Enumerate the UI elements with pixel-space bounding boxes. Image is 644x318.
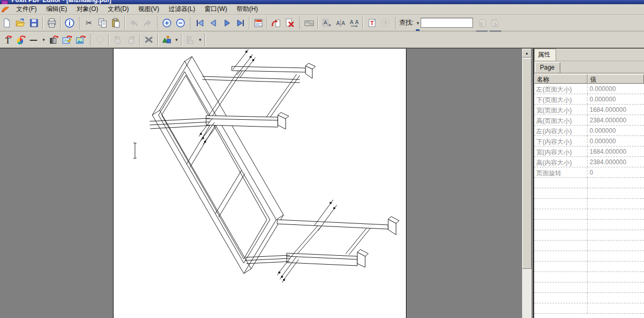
empty-cell <box>587 282 644 292</box>
empty-cell <box>534 188 587 198</box>
toolbar-grip[interactable] <box>156 17 158 29</box>
property-value[interactable]: 2384.000000 <box>587 115 644 125</box>
delete-object-button[interactable] <box>142 33 156 47</box>
cut-button[interactable]: ✂ <box>82 16 96 30</box>
text-orientation-button: T <box>379 16 392 30</box>
char-size-button[interactable]: Aa <box>320 16 334 30</box>
property-value[interactable]: 0 <box>587 167 644 177</box>
arrow-up-icon: ▲ <box>525 51 529 55</box>
empty-row <box>534 188 644 199</box>
delete-page-icon <box>285 18 295 28</box>
column-header-value[interactable]: 值 <box>587 74 644 84</box>
insert-text-button[interactable]: T <box>365 16 379 30</box>
char-spacing-button[interactable]: AA <box>347 16 361 30</box>
property-row-6[interactable]: 宽(内容大小)1684.000000 <box>534 146 644 157</box>
revert-page-button[interactable] <box>269 16 283 30</box>
empty-cell <box>534 209 587 219</box>
line-style-button[interactable] <box>27 33 41 47</box>
first-page-button[interactable] <box>193 16 207 30</box>
svg-text:A: A <box>336 20 340 26</box>
insert-color-button[interactable] <box>14 33 27 47</box>
tab-page[interactable]: Page <box>535 62 560 73</box>
insert-shapes-button[interactable] <box>160 33 174 47</box>
save-button[interactable] <box>27 16 41 30</box>
toolbar-separator <box>363 17 364 29</box>
last-page-button[interactable] <box>234 16 247 30</box>
copy-button[interactable] <box>96 16 109 30</box>
property-value[interactable]: 0.000000 <box>587 126 644 135</box>
insert-image-button[interactable] <box>74 33 87 47</box>
edit-image-icon <box>62 35 72 45</box>
menu-item-4[interactable]: 视图(V) <box>133 4 164 15</box>
property-value[interactable]: 2384.000000 <box>587 157 644 167</box>
property-row-1[interactable]: 下(页面大小)0.000000 <box>534 94 644 105</box>
insert-text-icon: T <box>367 18 377 28</box>
align-button <box>184 33 197 47</box>
edit-image-button[interactable] <box>60 33 74 47</box>
lasso-icon <box>95 35 105 45</box>
zoom-in-button[interactable] <box>160 16 174 30</box>
next-page-button[interactable] <box>220 16 234 30</box>
menu-item-3[interactable]: 文档(D) <box>103 4 134 15</box>
zoom-out-button[interactable] <box>174 16 187 30</box>
copy-icon <box>97 18 108 28</box>
print-button[interactable] <box>45 16 59 30</box>
toolbar-grip[interactable] <box>189 17 191 29</box>
chevron-down-icon[interactable]: ▾ <box>197 34 203 46</box>
insert-shading-button[interactable] <box>47 33 60 47</box>
property-value[interactable]: 1684.000000 <box>587 146 644 156</box>
menu-item-5[interactable]: 过滤器(L) <box>164 4 200 15</box>
page-layout-button[interactable] <box>252 16 265 30</box>
empty-cell <box>534 303 587 313</box>
empty-cell <box>587 241 644 251</box>
property-value[interactable]: 0.000000 <box>587 84 644 94</box>
revert-page-icon <box>271 18 281 28</box>
empty-cell <box>534 282 587 292</box>
menu-item-6[interactable]: 窗口(W) <box>200 4 232 15</box>
empty-cell <box>587 220 644 230</box>
chevron-down-icon[interactable]: ▾ <box>41 34 47 46</box>
property-value[interactable]: 0.000000 <box>587 136 644 146</box>
find-options-dropdown[interactable]: ▾ <box>415 17 421 29</box>
open-folder-button[interactable] <box>14 16 27 30</box>
property-row-2[interactable]: 宽(页面大小)1684.000000 <box>534 105 644 115</box>
char-spacing-icon: AA <box>349 18 359 28</box>
property-name: 高(内容大小) <box>534 157 587 167</box>
property-row-4[interactable]: 左(内容大小)0.000000 <box>534 126 644 136</box>
keyboard-button[interactable] <box>302 16 316 30</box>
menu-item-2[interactable]: 对象(O) <box>72 4 103 15</box>
previous-page-button[interactable] <box>207 16 220 30</box>
chevron-down-icon[interactable]: ▾ <box>174 34 179 46</box>
toolbar-grip[interactable] <box>89 33 91 46</box>
toolbar-grip[interactable] <box>299 17 300 29</box>
toolbar-grip[interactable] <box>394 17 396 29</box>
find-input[interactable] <box>421 18 473 28</box>
column-header-name[interactable]: 名称 <box>534 74 587 84</box>
property-row-3[interactable]: 高(页面大小)2384.000000 <box>534 115 644 126</box>
panel-tab-strip: Page <box>534 61 644 73</box>
insert-text-object-button[interactable]: T <box>0 33 14 47</box>
empty-cell <box>534 293 587 303</box>
info-button[interactable] <box>63 16 76 30</box>
property-row-0[interactable]: 左(页面大小)0.000000 <box>534 84 644 94</box>
scroll-up-button[interactable]: ▲ <box>522 49 532 58</box>
redo-button <box>141 16 154 30</box>
menu-item-1[interactable]: 编辑(E) <box>41 4 72 15</box>
scrollbar-thumb[interactable] <box>522 58 532 269</box>
property-name: 下(页面大小) <box>534 94 587 104</box>
property-row-8[interactable]: 页面旋转0 <box>534 167 644 178</box>
toolbar-grip[interactable] <box>78 17 80 29</box>
new-document-button[interactable] <box>0 16 14 30</box>
menu-item-0[interactable]: 文件(F) <box>12 4 41 15</box>
property-value[interactable]: 0.000000 <box>587 94 644 104</box>
vertical-scrollbar[interactable]: ▲ <box>522 49 532 318</box>
paste-button[interactable] <box>109 16 123 30</box>
char-kerning-button[interactable]: AA <box>334 16 347 30</box>
property-row-5[interactable]: 下(内容大小)0.000000 <box>534 136 644 146</box>
property-row-7[interactable]: 高(内容大小)2384.000000 <box>534 157 644 167</box>
delete-page-button[interactable] <box>283 16 297 30</box>
previous-page-icon <box>208 18 219 28</box>
property-value[interactable]: 1684.000000 <box>587 105 644 115</box>
menu-item-7[interactable]: 帮助(H) <box>232 4 263 15</box>
pdf-page[interactable] <box>113 49 406 318</box>
